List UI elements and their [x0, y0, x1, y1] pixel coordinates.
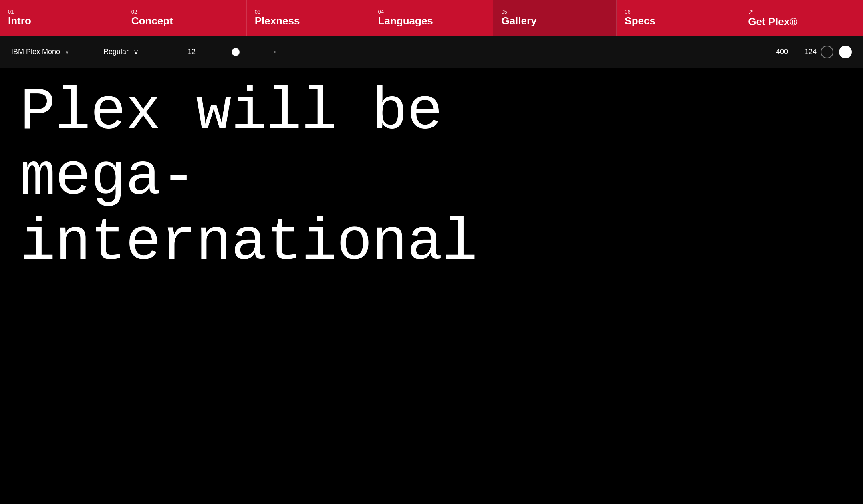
- nav-arrow-get-plex: ↗: [748, 8, 855, 16]
- nav-num-concept: 02: [131, 9, 238, 15]
- font-family-selector[interactable]: IBM Plex Mono ∨: [11, 48, 91, 56]
- preview-line-1: Plex will be: [20, 80, 843, 145]
- line-height-value: 124: [805, 48, 817, 56]
- nav-item-languages[interactable]: 04 Languages: [370, 0, 494, 36]
- dark-theme-button[interactable]: [821, 46, 833, 58]
- font-style-selector[interactable]: Regular ∨: [103, 48, 175, 56]
- nav-item-intro[interactable]: 01 Intro: [0, 0, 123, 36]
- slider-mark: [274, 51, 276, 53]
- font-size-slider[interactable]: [208, 52, 320, 52]
- font-style-arrow: ∨: [133, 48, 139, 56]
- nav-label-gallery: Gallery: [501, 15, 608, 27]
- nav-num-languages: 04: [378, 9, 485, 15]
- font-size-value: 12: [188, 48, 200, 56]
- main-nav: 01 Intro 02 Concept 03 Plexness 04 Langu…: [0, 0, 863, 36]
- weight-value: 400: [776, 48, 788, 56]
- line-height-display: 124: [800, 48, 821, 56]
- font-toolbar: IBM Plex Mono ∨ Regular ∨ 12 400 124: [0, 36, 863, 68]
- nav-num-intro: 01: [8, 9, 115, 15]
- nav-item-concept[interactable]: 02 Concept: [123, 0, 247, 36]
- preview-text: Plex will be mega- international: [20, 80, 843, 276]
- nav-item-get-plex[interactable]: ↗ Get Plex®: [740, 0, 863, 36]
- nav-num-specs: 06: [625, 9, 732, 15]
- font-size-section: 12: [188, 48, 760, 56]
- preview-line-2: mega-: [20, 145, 843, 211]
- nav-label-specs: Specs: [625, 15, 732, 27]
- nav-num-plexness: 03: [255, 9, 362, 15]
- nav-label-get-plex: Get Plex®: [748, 16, 855, 28]
- nav-label-concept: Concept: [131, 15, 238, 27]
- nav-num-gallery: 05: [501, 9, 608, 15]
- nav-label-intro: Intro: [8, 15, 115, 27]
- light-theme-button[interactable]: [839, 46, 852, 58]
- nav-label-plexness: Plexness: [255, 15, 362, 27]
- font-preview-area: Plex will be mega- international: [0, 68, 863, 504]
- nav-item-plexness[interactable]: 03 Plexness: [247, 0, 370, 36]
- preview-line-3: international: [20, 211, 843, 276]
- font-style-value: Regular: [103, 48, 129, 56]
- font-weight-display: 400: [772, 48, 792, 56]
- slider-thumb[interactable]: [232, 48, 240, 56]
- nav-label-languages: Languages: [378, 15, 485, 27]
- theme-switcher: [821, 46, 852, 58]
- nav-item-gallery[interactable]: 05 Gallery: [493, 0, 617, 36]
- nav-item-specs[interactable]: 06 Specs: [617, 0, 740, 36]
- font-family-value: IBM Plex Mono: [11, 48, 60, 56]
- font-family-arrow: ∨: [65, 49, 69, 55]
